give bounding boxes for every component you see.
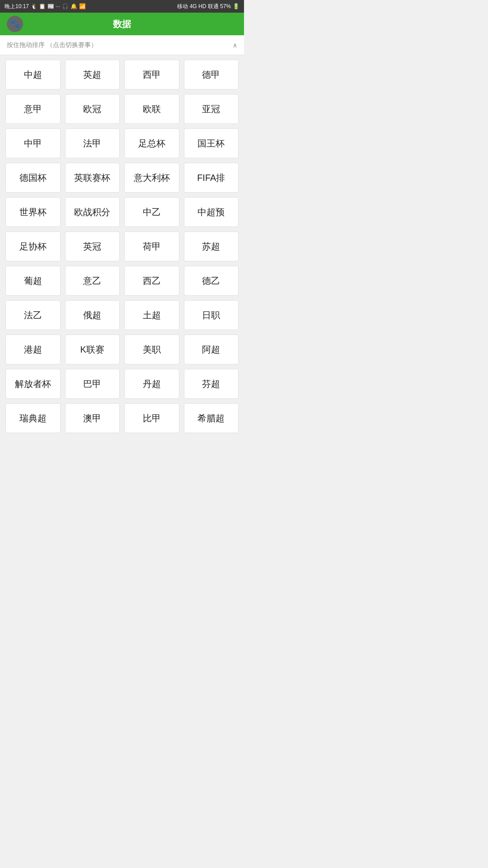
league-item-17[interactable]: 欧战积分 — [65, 197, 120, 227]
league-item-8[interactable]: 中甲 — [5, 128, 61, 158]
league-item-37[interactable]: 巴甲 — [65, 369, 120, 399]
status-time: 晚上10:17 🐧 📋 📰 ··· 🎧 🔔 📶 — [5, 3, 86, 10]
sort-label: 按住拖动排序 （点击切换赛事） — [7, 41, 97, 49]
league-item-39[interactable]: 芬超 — [184, 369, 239, 399]
league-item-6[interactable]: 欧联 — [124, 94, 179, 124]
sort-bar[interactable]: 按住拖动排序 （点击切换赛事） ∧ — [0, 35, 244, 55]
league-item-2[interactable]: 西甲 — [124, 60, 179, 90]
league-item-5[interactable]: 欧冠 — [65, 94, 120, 124]
league-item-3[interactable]: 德甲 — [184, 60, 239, 90]
league-item-40[interactable]: 瑞典超 — [5, 403, 61, 433]
league-item-11[interactable]: 国王杯 — [184, 128, 239, 158]
league-item-30[interactable]: 土超 — [124, 300, 179, 330]
league-item-22[interactable]: 荷甲 — [124, 231, 179, 261]
league-item-35[interactable]: 阿超 — [184, 335, 239, 364]
league-item-41[interactable]: 澳甲 — [65, 403, 120, 433]
league-item-32[interactable]: 港超 — [5, 335, 61, 364]
app-header: 🐾 数据 — [0, 13, 244, 35]
network-info: 移动 4G HD 联通 57% — [177, 3, 231, 10]
league-item-38[interactable]: 丹超 — [124, 369, 179, 399]
avatar[interactable]: 🐾 — [7, 16, 23, 32]
league-item-23[interactable]: 苏超 — [184, 231, 239, 261]
league-item-10[interactable]: 足总杯 — [124, 128, 179, 158]
sort-sub-text: （点击切换赛事） — [47, 41, 97, 48]
league-item-7[interactable]: 亚冠 — [184, 94, 239, 124]
avatar-image: 🐾 — [10, 19, 20, 29]
sort-main-text: 按住拖动排序 — [7, 41, 45, 48]
bell-icon: 🔔 — [70, 3, 77, 9]
league-item-21[interactable]: 英冠 — [65, 231, 120, 261]
status-right: 移动 4G HD 联通 57% 🔋 — [177, 3, 239, 10]
league-item-14[interactable]: 意大利杯 — [124, 163, 179, 193]
league-item-31[interactable]: 日职 — [184, 300, 239, 330]
league-item-20[interactable]: 足协杯 — [5, 231, 61, 261]
league-item-42[interactable]: 比甲 — [124, 403, 179, 433]
wifi-icon: 📶 — [79, 3, 86, 9]
league-item-0[interactable]: 中超 — [5, 60, 61, 90]
league-item-33[interactable]: K联赛 — [65, 335, 120, 364]
league-item-12[interactable]: 德国杯 — [5, 163, 61, 193]
league-item-43[interactable]: 希腊超 — [184, 403, 239, 433]
league-item-34[interactable]: 美职 — [124, 335, 179, 364]
battery-icon: 🔋 — [233, 3, 239, 9]
league-item-25[interactable]: 意乙 — [65, 266, 120, 296]
league-item-15[interactable]: FIFA排 — [184, 163, 239, 193]
chevron-up-icon[interactable]: ∧ — [233, 42, 237, 49]
leagues-grid-container: 中超英超西甲德甲意甲欧冠欧联亚冠中甲法甲足总杯国王杯德国杯英联赛杯意大利杯FIF… — [0, 55, 244, 438]
time-label: 晚上10:17 — [5, 3, 29, 10]
league-item-26[interactable]: 西乙 — [124, 266, 179, 296]
league-item-18[interactable]: 中乙 — [124, 197, 179, 227]
league-item-16[interactable]: 世界杯 — [5, 197, 61, 227]
league-item-9[interactable]: 法甲 — [65, 128, 120, 158]
page-title: 数据 — [113, 18, 131, 30]
league-item-24[interactable]: 葡超 — [5, 266, 61, 296]
league-item-29[interactable]: 俄超 — [65, 300, 120, 330]
status-bar: 晚上10:17 🐧 📋 📰 ··· 🎧 🔔 📶 移动 4G HD 联通 57% … — [0, 0, 244, 13]
league-item-13[interactable]: 英联赛杯 — [65, 163, 120, 193]
league-item-36[interactable]: 解放者杯 — [5, 369, 61, 399]
leagues-grid: 中超英超西甲德甲意甲欧冠欧联亚冠中甲法甲足总杯国王杯德国杯英联赛杯意大利杯FIF… — [5, 60, 239, 433]
headphone-icon: 🎧 — [62, 3, 69, 9]
status-icons: 🐧 📋 📰 ··· — [31, 3, 60, 9]
league-item-28[interactable]: 法乙 — [5, 300, 61, 330]
league-item-1[interactable]: 英超 — [65, 60, 120, 90]
league-item-4[interactable]: 意甲 — [5, 94, 61, 124]
league-item-19[interactable]: 中超预 — [184, 197, 239, 227]
league-item-27[interactable]: 德乙 — [184, 266, 239, 296]
